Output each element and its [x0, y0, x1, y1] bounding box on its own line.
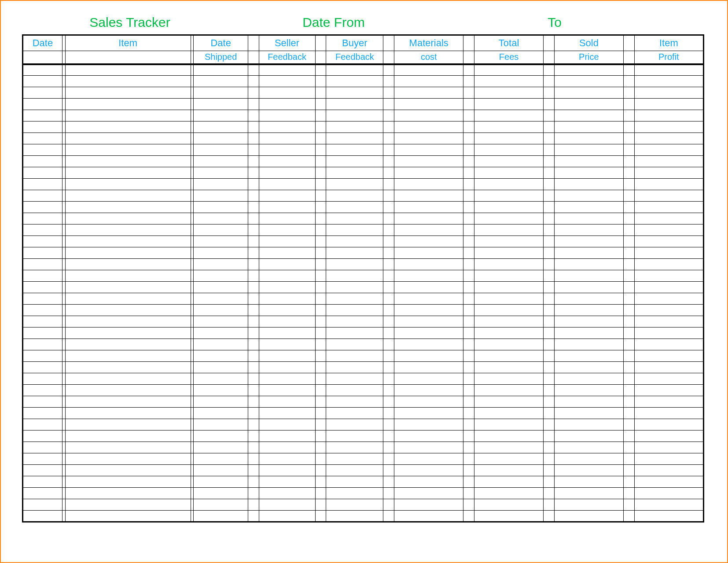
table-row[interactable]: [23, 327, 704, 339]
cell[interactable]: [23, 167, 63, 179]
cell[interactable]: [554, 133, 623, 144]
cell[interactable]: [65, 247, 191, 259]
cell[interactable]: [23, 431, 63, 442]
cell[interactable]: [194, 385, 248, 396]
cell[interactable]: [326, 179, 383, 190]
cell[interactable]: [194, 431, 248, 442]
cell[interactable]: [634, 316, 703, 327]
cell[interactable]: [259, 156, 315, 167]
cell[interactable]: [259, 64, 315, 76]
cell[interactable]: [474, 167, 543, 179]
cell[interactable]: [259, 144, 315, 156]
cell[interactable]: [394, 190, 463, 202]
table-row[interactable]: [23, 408, 704, 419]
cell[interactable]: [259, 408, 315, 419]
cell[interactable]: [474, 476, 543, 488]
cell[interactable]: [394, 236, 463, 247]
cell[interactable]: [634, 133, 703, 144]
cell[interactable]: [326, 453, 383, 465]
cell[interactable]: [554, 247, 623, 259]
cell[interactable]: [194, 270, 248, 282]
cell[interactable]: [634, 270, 703, 282]
cell[interactable]: [65, 87, 191, 99]
cell[interactable]: [259, 476, 315, 488]
cell[interactable]: [259, 293, 315, 305]
cell[interactable]: [259, 419, 315, 431]
cell[interactable]: [554, 419, 623, 431]
cell[interactable]: [634, 121, 703, 133]
cell[interactable]: [65, 259, 191, 270]
cell[interactable]: [259, 305, 315, 316]
table-row[interactable]: [23, 373, 704, 385]
cell[interactable]: [474, 247, 543, 259]
cell[interactable]: [474, 282, 543, 293]
table-row[interactable]: [23, 99, 704, 110]
cell[interactable]: [259, 133, 315, 144]
table-row[interactable]: [23, 156, 704, 167]
cell[interactable]: [65, 476, 191, 488]
table-row[interactable]: [23, 247, 704, 259]
cell[interactable]: [65, 453, 191, 465]
cell[interactable]: [554, 385, 623, 396]
cell[interactable]: [634, 476, 703, 488]
table-row[interactable]: [23, 236, 704, 247]
cell[interactable]: [474, 202, 543, 213]
cell[interactable]: [326, 488, 383, 499]
table-row[interactable]: [23, 396, 704, 408]
cell[interactable]: [326, 316, 383, 327]
cell[interactable]: [65, 202, 191, 213]
cell[interactable]: [634, 236, 703, 247]
table-row[interactable]: [23, 362, 704, 373]
cell[interactable]: [634, 442, 703, 453]
cell[interactable]: [23, 224, 63, 236]
cell[interactable]: [394, 396, 463, 408]
cell[interactable]: [65, 385, 191, 396]
cell[interactable]: [554, 282, 623, 293]
cell[interactable]: [259, 236, 315, 247]
cell[interactable]: [394, 202, 463, 213]
cell[interactable]: [194, 362, 248, 373]
cell[interactable]: [23, 465, 63, 476]
cell[interactable]: [394, 350, 463, 362]
cell[interactable]: [326, 373, 383, 385]
cell[interactable]: [474, 259, 543, 270]
cell[interactable]: [23, 247, 63, 259]
table-row[interactable]: [23, 419, 704, 431]
cell[interactable]: [634, 465, 703, 476]
cell[interactable]: [554, 488, 623, 499]
cell[interactable]: [474, 385, 543, 396]
cell[interactable]: [634, 339, 703, 350]
cell[interactable]: [554, 408, 623, 419]
cell[interactable]: [554, 179, 623, 190]
cell[interactable]: [23, 453, 63, 465]
cell[interactable]: [65, 282, 191, 293]
cell[interactable]: [194, 144, 248, 156]
cell[interactable]: [259, 339, 315, 350]
cell[interactable]: [474, 373, 543, 385]
cell[interactable]: [474, 350, 543, 362]
cell[interactable]: [194, 213, 248, 224]
cell[interactable]: [65, 110, 191, 121]
cell[interactable]: [474, 327, 543, 339]
cell[interactable]: [634, 259, 703, 270]
cell[interactable]: [65, 270, 191, 282]
cell[interactable]: [326, 167, 383, 179]
cell[interactable]: [474, 213, 543, 224]
cell[interactable]: [65, 167, 191, 179]
cell[interactable]: [259, 362, 315, 373]
cell[interactable]: [194, 190, 248, 202]
cell[interactable]: [326, 76, 383, 87]
cell[interactable]: [634, 224, 703, 236]
cell[interactable]: [65, 190, 191, 202]
table-row[interactable]: [23, 511, 704, 522]
cell[interactable]: [554, 327, 623, 339]
cell[interactable]: [474, 408, 543, 419]
cell[interactable]: [326, 270, 383, 282]
cell[interactable]: [326, 385, 383, 396]
cell[interactable]: [554, 339, 623, 350]
cell[interactable]: [326, 247, 383, 259]
cell[interactable]: [474, 362, 543, 373]
cell[interactable]: [394, 156, 463, 167]
cell[interactable]: [394, 316, 463, 327]
table-row[interactable]: [23, 442, 704, 453]
